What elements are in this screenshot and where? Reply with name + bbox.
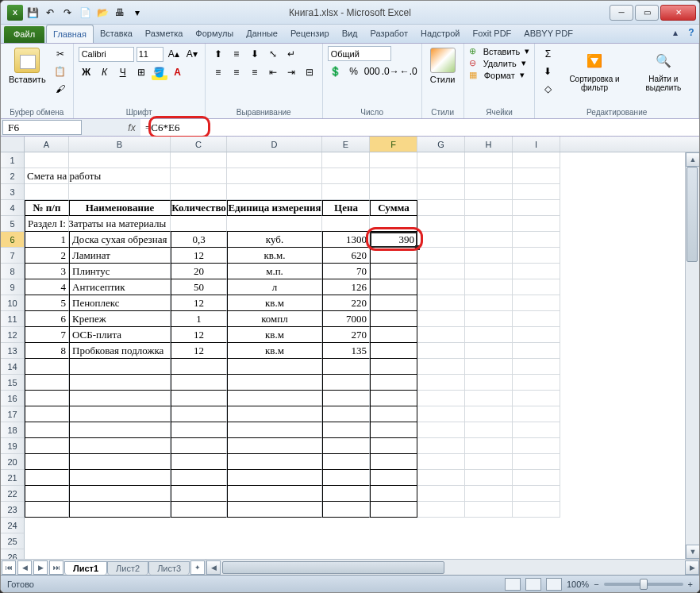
cell-D3[interactable] (227, 184, 322, 200)
cell-C1[interactable] (171, 152, 227, 168)
sheet-tab-2[interactable]: Лист2 (107, 561, 148, 575)
ribbon-minimize-icon[interactable]: ▴ (667, 25, 683, 40)
empty-cell[interactable] (227, 454, 322, 470)
empty-cell[interactable] (25, 438, 69, 454)
table-header-a[interactable]: № п/п (25, 200, 69, 216)
cell-H21[interactable] (465, 470, 513, 486)
empty-cell[interactable] (171, 422, 227, 438)
empty-cell[interactable] (322, 486, 370, 502)
tab-view[interactable]: Вид (336, 25, 364, 43)
empty-cell[interactable] (69, 422, 171, 438)
cell-I18[interactable] (513, 422, 560, 438)
italic-icon[interactable]: К (97, 64, 113, 80)
empty-cell[interactable] (25, 391, 69, 406)
cell-I9[interactable] (513, 279, 560, 295)
copy-icon[interactable]: 📋 (52, 64, 68, 79)
row-price[interactable]: 126 (322, 279, 370, 295)
row-num[interactable]: 5 (25, 295, 69, 311)
inc-decimal-icon[interactable]: .0→ (383, 64, 398, 79)
row-sum[interactable] (370, 279, 417, 295)
cell-G14[interactable] (417, 359, 465, 375)
redo-icon[interactable]: ↷ (60, 5, 75, 21)
table-header-b[interactable]: Наименование (69, 200, 171, 216)
col-header-A[interactable]: A (25, 137, 69, 152)
row-num[interactable]: 1 (25, 232, 69, 248)
increase-font-icon[interactable]: A▴ (166, 46, 182, 62)
row-header-12[interactable]: 12 (1, 327, 24, 343)
section-border[interactable] (322, 216, 370, 232)
cell-H19[interactable] (465, 438, 513, 454)
tab-insert[interactable]: Вставка (94, 25, 139, 43)
number-format-select[interactable] (328, 46, 391, 61)
formula-bar[interactable] (140, 119, 699, 136)
empty-cell[interactable] (227, 486, 322, 502)
cell-I13[interactable] (513, 343, 560, 359)
empty-cell[interactable] (171, 391, 227, 406)
cell-I20[interactable] (513, 454, 560, 470)
fill-icon[interactable]: ⬇ (540, 64, 556, 79)
empty-cell[interactable] (69, 486, 171, 502)
empty-cell[interactable] (69, 470, 171, 486)
cell-G18[interactable] (417, 422, 465, 438)
cell-H5[interactable] (465, 216, 513, 232)
section-border[interactable] (25, 216, 69, 232)
row-sum[interactable] (370, 295, 417, 311)
cell-G16[interactable] (417, 391, 465, 406)
fill-handle[interactable] (415, 245, 420, 250)
row-header-21[interactable]: 21 (1, 470, 24, 486)
empty-cell[interactable] (370, 375, 417, 391)
cell-H4[interactable] (465, 200, 513, 216)
open-icon[interactable]: 📂 (94, 5, 110, 21)
row-price[interactable]: 70 (322, 264, 370, 279)
scroll-right-icon[interactable]: ▶ (685, 560, 699, 575)
cell-I23[interactable] (513, 502, 560, 518)
cell-B3[interactable] (69, 184, 171, 200)
underline-icon[interactable]: Ч (115, 64, 131, 80)
row-name[interactable]: Доска сухая обрезная (69, 232, 171, 248)
row-sum[interactable] (370, 343, 417, 359)
row-header-17[interactable]: 17 (1, 406, 24, 422)
cell-I14[interactable] (513, 359, 560, 375)
empty-cell[interactable] (69, 375, 171, 391)
cell-G17[interactable] (417, 406, 465, 422)
row-num[interactable]: 7 (25, 327, 69, 343)
cell-I3[interactable] (513, 184, 560, 200)
cell-I4[interactable] (513, 200, 560, 216)
cell-I11[interactable] (513, 311, 560, 327)
cell-G8[interactable] (417, 264, 465, 279)
empty-cell[interactable] (25, 470, 69, 486)
format-painter-icon[interactable]: 🖌 (52, 81, 68, 97)
row-num[interactable]: 8 (25, 343, 69, 359)
row-qty[interactable]: 20 (171, 264, 227, 279)
cell-H15[interactable] (465, 375, 513, 391)
row-price[interactable]: 135 (322, 343, 370, 359)
col-header-C[interactable]: C (171, 137, 227, 152)
row-header-13[interactable]: 13 (1, 343, 24, 359)
row-header-23[interactable]: 23 (1, 502, 24, 518)
row-header-26[interactable]: 26 (1, 549, 24, 559)
row-header-1[interactable]: 1 (1, 152, 24, 168)
table-header-d[interactable]: Единица измерения (227, 200, 322, 216)
bold-icon[interactable]: Ж (79, 64, 94, 80)
empty-cell[interactable] (322, 422, 370, 438)
row-header-6[interactable]: 6 (1, 232, 24, 248)
tab-abbyy[interactable]: ABBYY PDF (517, 25, 579, 43)
row-header-22[interactable]: 22 (1, 486, 24, 502)
row-header-4[interactable]: 4 (1, 200, 24, 216)
cell-H7[interactable] (465, 248, 513, 264)
merge-icon[interactable]: ⊟ (302, 64, 317, 80)
delete-cells-button[interactable]: ⊖ Удалить ▾ (469, 58, 526, 68)
sheet-nav-last-icon[interactable]: ⏭ (49, 560, 63, 575)
qat-more-icon[interactable]: ▾ (129, 5, 145, 21)
insert-cells-button[interactable]: ⊕ Вставить ▾ (469, 46, 530, 56)
row-num[interactable]: 6 (25, 311, 69, 327)
cell-H18[interactable] (465, 422, 513, 438)
cell-I17[interactable] (513, 406, 560, 422)
clear-icon[interactable]: ◇ (540, 81, 556, 97)
indent-dec-icon[interactable]: ⇤ (265, 64, 281, 80)
empty-cell[interactable] (370, 470, 417, 486)
cells-area[interactable]: Смета на работы№ п/пНаименованиеКоличест… (25, 152, 685, 559)
row-qty[interactable]: 0,3 (171, 232, 227, 248)
empty-cell[interactable] (322, 470, 370, 486)
scroll-down-icon[interactable]: ▼ (686, 545, 699, 559)
